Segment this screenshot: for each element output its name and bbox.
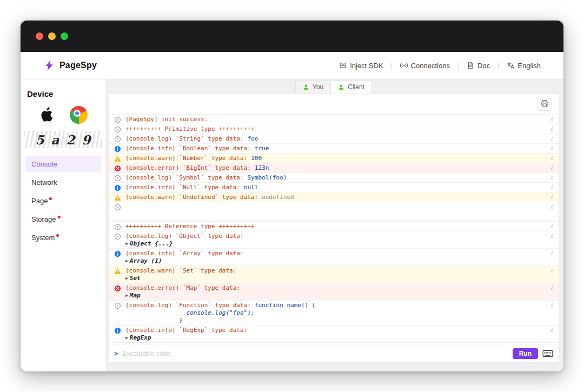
console-log-row: (console.warn) `Number` type data:100ℓ — [109, 154, 559, 163]
log-content: (console.warn) `Undefined` type data:und… — [125, 194, 547, 201]
log-text: (console.info) `RegExp` type data: — [125, 327, 247, 334]
nav-item-doc[interactable]: Doc — [467, 62, 490, 70]
log-source-icon[interactable]: ℓ — [551, 285, 553, 291]
log-source-icon[interactable]: ℓ — [551, 233, 553, 239]
info-icon — [114, 145, 121, 152]
log-expandable[interactable]: ▶Map — [125, 292, 547, 300]
console-log-row: (console.error) `BigInt` type data:123nℓ — [109, 163, 559, 173]
translate-icon — [507, 62, 514, 69]
tab-client[interactable]: Client — [330, 81, 371, 94]
log-icon — [114, 116, 121, 123]
log-text: (console.error) `Map` type data: — [125, 284, 240, 291]
log-source-icon[interactable]: ℓ — [551, 155, 553, 161]
console-log-row: (console.info) `RegExp` type data:▶RegEx… — [109, 325, 559, 343]
log-content: (console.error) `BigInt` type data:123n — [125, 164, 547, 172]
expand-label: Array (1) — [130, 257, 162, 264]
log-source-icon[interactable]: ℓ — [551, 126, 553, 132]
sidebar-item-label: Page — [31, 197, 48, 205]
nav-item-inject-sdk[interactable]: Inject SDK — [339, 62, 383, 70]
error-icon — [114, 165, 121, 172]
expand-arrow-icon: ▶ — [125, 241, 128, 246]
pagespy-logo-icon — [43, 59, 55, 71]
main-area: YouClient — [106, 79, 563, 371]
room-tabs: YouClient — [295, 81, 372, 94]
sidebar-item-system[interactable]: System — [25, 229, 101, 246]
device-platform — [25, 105, 101, 124]
log-value: function name() { — [255, 302, 316, 309]
log-source-icon[interactable]: ℓ — [551, 175, 553, 181]
log-source-icon[interactable]: ℓ — [551, 327, 553, 333]
console-log-row: (console.log) `Object` type data:▶Object… — [109, 231, 559, 249]
sidebar-item-label: Console — [31, 160, 57, 168]
sidebar-item-label: System — [31, 234, 55, 242]
log-source-icon[interactable]: ℓ — [551, 194, 553, 200]
console-log-row: (console.info) `Null` type data:nullℓ — [109, 183, 559, 192]
log-source-icon[interactable]: ℓ — [551, 165, 553, 171]
log-source-icon[interactable]: ℓ — [551, 268, 553, 274]
prompt-chevron: > — [114, 350, 118, 357]
log-expandable[interactable]: ▶Array (1) — [125, 257, 547, 265]
run-button[interactable]: Run — [513, 348, 538, 359]
log-source-icon[interactable]: ℓ — [551, 204, 553, 210]
tab-label: You — [313, 83, 323, 91]
window-titlebar — [21, 21, 563, 52]
code-input[interactable]: Executable code — [122, 350, 508, 357]
tab-you[interactable]: You — [296, 81, 330, 94]
device-code: 5a29 — [24, 131, 102, 148]
log-expandable[interactable]: ▶Set — [125, 275, 547, 282]
brand-name: PageSpy — [59, 61, 97, 70]
nav-separator: | — [391, 62, 393, 69]
log-content: ++++++++++ Primitive type ++++++++++ — [125, 125, 547, 133]
minimize-window-button[interactable] — [48, 32, 56, 40]
nav-item-connections[interactable]: Connections — [400, 62, 450, 70]
log-icon — [114, 126, 121, 133]
log-text: (console.warn) `Number` type data: — [125, 155, 247, 162]
print-log-button[interactable] — [537, 98, 552, 111]
sidebar-item-network[interactable]: Network — [25, 174, 101, 191]
keyboard-icon[interactable] — [542, 350, 553, 357]
console-toolbar — [109, 94, 559, 115]
log-line: (console.log) `String` type data:foo — [125, 135, 547, 143]
log-content: (console.info) `Array` type data:▶Array … — [125, 250, 547, 265]
log-source-icon[interactable]: ℓ — [551, 136, 553, 142]
log-source-icon[interactable]: ℓ — [551, 116, 553, 122]
log-code-line: console.log("foo"); — [125, 309, 547, 317]
log-expandable[interactable]: ▶Object {...} — [125, 240, 547, 248]
device-section-title: Device — [27, 89, 105, 98]
sidebar-menu: ConsoleNetworkPageStorageSystem — [21, 156, 105, 246]
log-source-icon[interactable]: ℓ — [551, 302, 553, 308]
log-content: (console.log) `Function` type data:funct… — [125, 302, 547, 324]
log-icon — [114, 233, 121, 240]
console-log-row: (console.warn) `Undefined` type data:und… — [109, 192, 559, 202]
console-log-row: ℓ — [109, 202, 559, 222]
maximize-window-button[interactable] — [61, 32, 68, 40]
sidebar-item-page[interactable]: Page — [25, 192, 101, 209]
log-line: (console.warn) `Set` type data: — [125, 267, 547, 275]
info-icon — [114, 184, 121, 191]
log-line: [PageSpy] init success. — [125, 116, 547, 123]
log-content: [PageSpy] init success. — [125, 116, 547, 123]
log-source-icon[interactable]: ℓ — [551, 184, 553, 190]
sidebar-item-console[interactable]: Console — [25, 156, 101, 172]
console-log-row: (console.error) `Map` type data:▶Mapℓ — [109, 283, 559, 301]
sidebar-item-storage[interactable]: Storage — [25, 211, 101, 228]
executable-code-bar: > Executable code Run — [109, 344, 559, 362]
log-line: (console.log) `Symbol` type data:Symbol(… — [125, 174, 547, 182]
log-content: (console.info) `Null` type data:null — [125, 184, 547, 191]
log-text: [PageSpy] init success. — [125, 116, 208, 123]
log-source-icon[interactable]: ℓ — [551, 250, 553, 256]
warn-icon — [114, 268, 121, 275]
close-window-button[interactable] — [36, 32, 43, 40]
log-value: Symbol(foo) — [248, 174, 287, 181]
log-text: (console.info) `Array` type data: — [125, 250, 244, 257]
apple-icon — [38, 105, 56, 124]
nav-item-english[interactable]: English — [507, 62, 541, 70]
log-source-icon[interactable]: ℓ — [551, 145, 553, 151]
log-expandable[interactable]: ▶RegExp — [125, 334, 547, 342]
log-content: (console.log) `Symbol` type data:Symbol(… — [125, 174, 547, 182]
log-line: (console.warn) `Undefined` type data:und… — [125, 194, 547, 201]
log-value: 123n — [255, 164, 269, 171]
log-source-icon[interactable]: ℓ — [551, 223, 553, 229]
brand[interactable]: PageSpy — [43, 59, 97, 71]
log-text: (console.error) `BigInt` type data: — [125, 164, 251, 171]
